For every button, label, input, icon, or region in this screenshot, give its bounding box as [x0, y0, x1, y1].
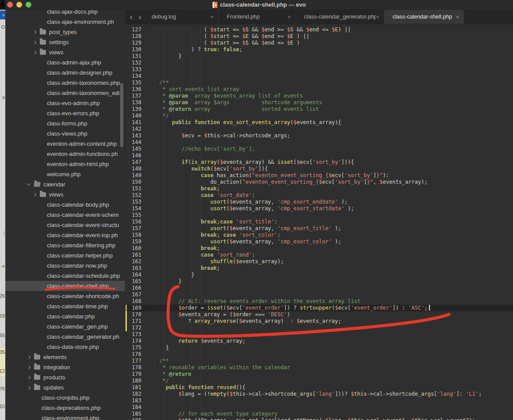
code-text: ( $start <= $E && $end >= $E ) ||: [153, 33, 309, 40]
sidebar-folder-elements[interactable]: elements: [5, 352, 125, 362]
sidebar-item-label: updates: [43, 382, 64, 393]
chevron-right-icon[interactable]: [33, 40, 36, 44]
sidebar-file-class-cronjobs-php[interactable]: class-cronjobs.php: [5, 393, 125, 403]
sidebar-file-class-calendar-php[interactable]: class-calendar.php: [5, 311, 125, 322]
chevron-down-icon[interactable]: [27, 182, 30, 185]
tab-class-calendar-shell-php[interactable]: class-calendar-shell.php×: [384, 10, 464, 24]
chevron-right-icon[interactable]: [27, 375, 30, 379]
sidebar-file-class-calendar-shortcode-ph[interactable]: class-calendar-shortcode.ph: [5, 291, 125, 301]
code-text: break; case 'sort_color':: [153, 232, 281, 238]
sidebar-file-class-evo-errors-php[interactable]: class-evo-errors.php: [5, 108, 125, 118]
code-line-174: 174 return $events_array;: [125, 338, 513, 344]
sidebar-file-class-evo-admin-php[interactable]: class-evo-admin.php: [5, 98, 125, 108]
sidebar-file-welcome-php[interactable]: welcome.php: [5, 169, 125, 179]
sidebar-file-class-admin-taxonomies-edi[interactable]: class-admin-taxonomies_edi: [5, 88, 125, 98]
sidebar-folder-products[interactable]: products: [5, 372, 125, 382]
sidebar-file-class-calendar-event-schem[interactable]: class-calendar-event-schem: [5, 210, 125, 220]
forward-icon[interactable]: ›: [139, 13, 141, 21]
code-line-147: 147 if(is_array($events_array) && isset(…: [125, 159, 513, 166]
chevron-right-icon[interactable]: [33, 50, 36, 54]
sidebar-file-class-deprecations-php[interactable]: class-deprecations.php: [5, 403, 125, 413]
close-tab-icon[interactable]: ×: [456, 14, 464, 20]
code-text: ) ? true: false;: [153, 46, 242, 53]
sidebar-file-eventon-admin-functions-ph[interactable]: eventon-admin-functions.ph: [5, 149, 125, 159]
sidebar-file-class-admin-taxonomies-php[interactable]: class-admin-taxonomies.php: [5, 78, 125, 88]
code-line-163: 163 break;: [125, 265, 513, 272]
code-text: * reusable variables within the calendar: [153, 364, 290, 371]
line-number: 186: [125, 417, 141, 420]
chevron-right-icon[interactable]: [33, 193, 36, 196]
sidebar-item-label: settings: [49, 37, 69, 47]
code-editor[interactable]: 127 ( $start <= $S && $end >= $S && $end…: [125, 24, 513, 420]
tab-debug-log[interactable]: debug.log×: [144, 10, 219, 24]
sidebar-folder-settings[interactable]: settings: [5, 37, 125, 47]
chevron-right-icon[interactable]: [27, 365, 30, 369]
sidebar-folder-post-types[interactable]: post_types: [5, 27, 125, 37]
sidebar-file-class-calendar-generator-ph[interactable]: class-calendar_generator.ph: [5, 332, 125, 342]
sidebar-folder-calendar[interactable]: calendar: [5, 179, 125, 189]
code-line-151: 151 break;: [125, 185, 513, 192]
folder-icon: [34, 375, 40, 380]
background-window-tab-fragment: v: [0, 11, 5, 19]
sidebar-file-class-data-store-php[interactable]: class-data-store.php: [5, 342, 125, 352]
sidebar-folder-integration[interactable]: integration: [5, 362, 125, 372]
chevron-right-icon[interactable]: [27, 355, 30, 359]
code-line-137: 137 * @param array $events_array list of…: [125, 93, 513, 99]
chevron-right-icon[interactable]: [33, 30, 36, 34]
sidebar-file-class-ajax-docs-php[interactable]: class-ajax-docs.php: [5, 10, 125, 17]
sidebar-file-class-calendar-schedule-php[interactable]: class-calendar-schedule.php: [5, 271, 125, 281]
code-line-153: 153 usort($events_array, 'cmp_esort_endd…: [125, 199, 513, 205]
sidebar-file-class-ajax-environment-ph[interactable]: class-ajax-environment.ph: [5, 17, 125, 27]
line-number: 159: [125, 238, 141, 245]
sidebar-file-class-admin-designer-php[interactable]: class-admin-designer.php: [5, 68, 125, 78]
line-number: 181: [125, 384, 141, 391]
sidebar-file-class-calendar-body-php[interactable]: class-calendar-body.php: [5, 200, 125, 210]
chevron-right-icon[interactable]: [27, 386, 30, 389]
sidebar-folder-views[interactable]: views: [5, 189, 125, 200]
code-line-175: 175 }: [125, 344, 513, 351]
sidebar-file-eventon-admin-html-php[interactable]: eventon-admin-html.php: [5, 159, 125, 169]
back-icon[interactable]: ‹: [130, 13, 133, 21]
close-tab-icon[interactable]: ×: [376, 14, 384, 20]
sidebar-item-label: class-cronjobs.php: [42, 393, 89, 403]
code-line-167: 167: [125, 291, 513, 298]
code-line-181: 181 public function reused(){: [125, 384, 513, 391]
line-number: 174: [125, 338, 141, 344]
sidebar-file-class-admin-ajax-php[interactable]: class-admin-ajax.php: [5, 57, 125, 68]
sidebar-file-class-calendar-event-structu[interactable]: class-calendar-event-structu: [5, 220, 125, 230]
sidebar-file-class-calendar-gen-php[interactable]: class-calendar_gen.php: [5, 322, 125, 332]
sidebar-file-eventon-admin-content-php[interactable]: eventon-admin-content.php: [5, 139, 125, 149]
sidebar-item-label: class-calendar-shell.php: [47, 281, 109, 291]
sidebar-folder-views[interactable]: views: [5, 47, 125, 57]
sidebar-file-class-forms-php[interactable]: class-forms.php: [5, 118, 125, 129]
sidebar-scrollbar[interactable]: [120, 83, 123, 147]
line-number: 144: [125, 139, 141, 146]
line-number: 179: [125, 371, 141, 378]
sidebar-file-class-calendar-helper-php[interactable]: class-calendar-helper.php: [5, 250, 125, 261]
background-text-fragment: -v: [1, 263, 5, 269]
sidebar-file-class-calendar-now-php[interactable]: class-calendar-now.php: [5, 261, 125, 271]
sidebar-item-label: class-data-store.php: [47, 342, 99, 352]
sidebar-file-class-calendar-time-php[interactable]: class-calendar-time.php: [5, 301, 125, 311]
sidebar-file-class-views-php[interactable]: class-views.php: [5, 129, 125, 139]
sidebar-folder-updates[interactable]: updates: [5, 382, 125, 393]
file-tree-sidebar[interactable]: class-ajax-docs.phpclass-ajax-environmen…: [5, 10, 125, 420]
background-line-number-fragment: 12: [0, 368, 5, 374]
close-tab-icon[interactable]: ×: [210, 14, 219, 20]
sidebar-file-class-calendar-shell-php[interactable]: class-calendar-shell.php: [5, 281, 125, 291]
code-line-170: 170 $events_array = ($order === 'DESC'): [125, 311, 513, 318]
sidebar-file-class-calendar-event-top-ph[interactable]: class-calendar-event-top.ph: [5, 230, 125, 240]
code-text: switch($ecv['sort_by']){: [153, 166, 268, 172]
sidebar-item-label: views: [49, 47, 64, 57]
code-line-129: 129 ( $start >= $S && $end <= $E ): [125, 40, 513, 46]
background-line-number-fragment: 10: [0, 404, 5, 409]
line-number: 151: [125, 185, 141, 192]
code-line-178: 178 * reusable variables within the cale…: [125, 364, 513, 371]
tab-frontend-php[interactable]: Frontend.php×: [219, 10, 296, 24]
code-text: break;case 'sort_title':: [153, 219, 277, 225]
tab-class-calendar-generator-php[interactable]: class-calendar_generator.php×: [296, 10, 384, 24]
sidebar-file-class-environment-php[interactable]: class-environment.php: [5, 413, 125, 420]
back-arrow-fragment-icon: [0, 1, 4, 8]
sidebar-file-class-calendar-filtering-php[interactable]: class-calendar-filtering.php: [5, 240, 125, 250]
close-tab-icon[interactable]: ×: [288, 14, 296, 20]
